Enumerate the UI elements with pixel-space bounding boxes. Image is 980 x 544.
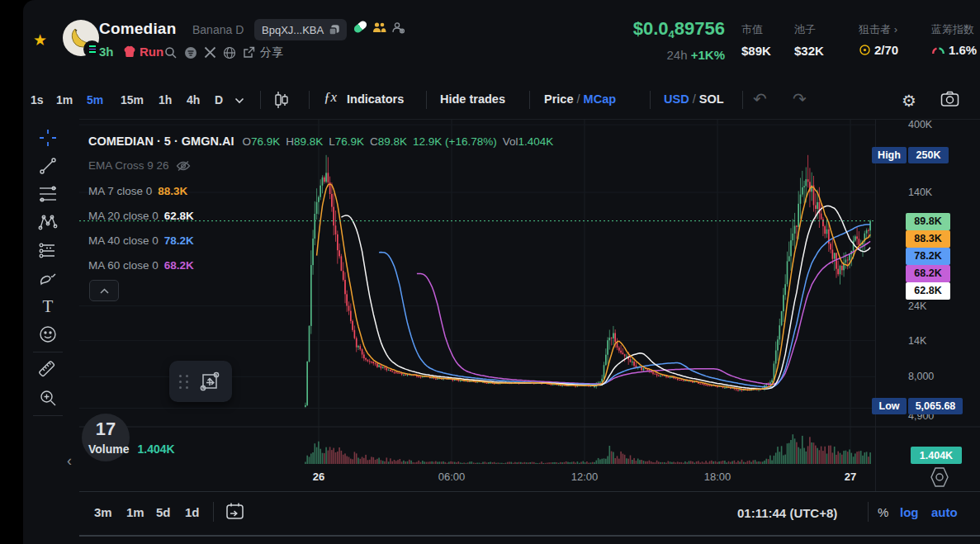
low-badge-label: Low — [872, 398, 907, 414]
chef-hat-icon — [123, 45, 136, 59]
timeframe-5m[interactable]: 5m — [87, 93, 103, 106]
timeframe-1m[interactable]: 1m — [56, 93, 73, 106]
y-axis-tick: 140K — [908, 187, 932, 198]
redo-icon[interactable]: ↷ — [793, 89, 807, 109]
sniper-target-icon — [859, 44, 871, 56]
undo-icon[interactable]: ↶ — [753, 89, 767, 109]
drawing-toolbar: T — [23, 124, 79, 419]
emoji-tool[interactable] — [23, 320, 73, 348]
time-axis[interactable]: 2606:0012:0018:0027 — [0, 471, 980, 487]
filter-list-icon[interactable] — [184, 46, 197, 59]
token-avatar[interactable] — [63, 20, 99, 56]
share-external-icon[interactable] — [243, 46, 255, 59]
trendline-tool[interactable] — [23, 152, 73, 180]
time-tick-12:00: 12:00 — [561, 471, 608, 483]
stat-mcap: 市值 $89K — [741, 22, 771, 58]
auto-scale-button[interactable]: auto — [931, 505, 958, 519]
y-axis-tick: 24K — [908, 300, 926, 312]
timeframe-1h[interactable]: 1h — [159, 93, 172, 106]
xabcd-pattern-tool[interactable] — [23, 208, 73, 236]
stat-bluechip[interactable]: 蓝筹指数 1.6% — [931, 22, 977, 57]
timeframe-1s[interactable]: 1s — [31, 93, 44, 106]
price-badge-68.2K: 68.2K — [906, 265, 950, 282]
ma60-row[interactable]: MA 60 close 068.2K — [88, 259, 194, 272]
globe-icon[interactable] — [223, 46, 236, 59]
high-badge-value: 250K — [908, 147, 949, 163]
crosshair-tool[interactable] — [23, 124, 73, 152]
percent-scale-button[interactable]: % — [878, 505, 888, 519]
y-axis-tick: 14K — [908, 335, 926, 347]
ma40-row[interactable]: MA 40 close 078.2K — [88, 234, 194, 247]
time-tick-26: 26 — [296, 471, 342, 483]
timeframe-15m[interactable]: 15m — [121, 93, 144, 106]
screenshot-camera-icon[interactable] — [940, 91, 959, 107]
copy-icon[interactable] — [329, 25, 339, 35]
candlestick-chart[interactable] — [0, 0, 980, 544]
zoom-in-tool[interactable] — [23, 384, 73, 412]
price-badge-88.3K: 88.3K — [906, 230, 950, 248]
chart-style-icon[interactable] — [273, 90, 290, 110]
pane-resize-handle[interactable] — [79, 535, 980, 537]
fib-retracement-tool[interactable] — [23, 180, 73, 208]
collapse-left-chevron[interactable]: ‹ — [67, 452, 72, 470]
contract-address-pill[interactable]: BpqXJ...KBA — [254, 19, 347, 40]
x-twitter-icon[interactable] — [204, 46, 216, 59]
timeframe-d[interactable]: D — [215, 93, 223, 106]
token-description: Banana D — [192, 23, 244, 36]
magnet-mode-icon[interactable] — [197, 369, 222, 394]
range-1d[interactable]: 1d — [185, 505, 200, 519]
solana-chain-icon — [83, 40, 101, 58]
ma20-row[interactable]: MA 20 close 062.8K — [88, 210, 194, 222]
brush-tool[interactable] — [23, 264, 73, 292]
platform-name[interactable]: Run — [140, 45, 163, 59]
settings-gear-icon[interactable]: ⚙ — [902, 91, 916, 111]
price-badge-62.8K: 62.8K — [906, 282, 950, 300]
y-axis-tick: 8,000 — [908, 371, 934, 382]
range-5d[interactable]: 5d — [156, 505, 171, 519]
favorite-star-icon[interactable]: ★ — [33, 31, 47, 50]
hide-trades-button[interactable]: Hide trades — [440, 92, 505, 106]
range-3m[interactable]: 3m — [94, 505, 112, 519]
price-axis[interactable]: 4,9008,00014K24K140K400K High 250K 89.8K… — [875, 120, 980, 491]
range-1m[interactable]: 1m — [126, 505, 144, 519]
eye-off-icon[interactable] — [176, 160, 191, 172]
time-tick-06:00: 06:00 — [428, 471, 475, 483]
ema-indicator-row[interactable]: EMA Cross 9 26 — [88, 159, 191, 172]
ruler-measure-tool[interactable] — [23, 356, 73, 384]
search-icon[interactable] — [164, 46, 178, 59]
chart-legend: COMEDIAN · 5 · GMGN.AI O76.9K H89.8K L76… — [88, 135, 553, 148]
chevron-down-icon[interactable] — [234, 97, 244, 104]
drag-handle[interactable] — [179, 375, 189, 389]
time-tick-18:00: 18:00 — [694, 471, 741, 483]
share-label[interactable]: 分享 — [260, 45, 283, 60]
go-to-date-icon[interactable] — [225, 502, 245, 522]
chart-symbol: COMEDIAN · 5 · GMGN.AI — [88, 135, 234, 148]
collapse-indicators-button[interactable] — [89, 280, 119, 301]
hexagon-logo-icon[interactable] — [928, 466, 951, 488]
volume-indicator-label[interactable]: Volume1.404K — [88, 442, 175, 456]
log-scale-button[interactable]: log — [900, 505, 919, 519]
price-badge-89.8K: 89.8K — [906, 213, 950, 230]
clock-utc[interactable]: 01:11:44 (UTC+8) — [737, 506, 837, 520]
price-change-24h: 24h +1K% — [667, 48, 725, 62]
dev-icon[interactable] — [391, 21, 405, 34]
stat-pool: 池子 $32K — [794, 22, 824, 58]
floating-toolbar[interactable] — [169, 361, 232, 402]
long-position-tool[interactable] — [23, 236, 73, 264]
gmgn-chart-page: { "header": { "token_name": "Comedian", … — [0, 0, 980, 544]
stat-sniper[interactable]: 狙击者 › 2/70 — [859, 22, 898, 57]
fx-icon[interactable]: ƒx — [324, 89, 337, 106]
token-age: 3h — [99, 45, 114, 59]
holders-icon[interactable] — [372, 21, 386, 34]
timeframe-4h[interactable]: 4h — [187, 93, 200, 106]
price-badge-78.2K: 78.2K — [906, 248, 950, 265]
indicators-button[interactable]: Indicators — [347, 92, 404, 106]
usd-sol-toggle[interactable]: USD / SOL — [664, 92, 724, 106]
ma7-row[interactable]: MA 7 close 088.3K — [88, 185, 187, 197]
volume-axis-badge: 1.404K — [911, 447, 962, 464]
price-mcap-toggle[interactable]: Price / MCap — [544, 92, 616, 106]
text-tool[interactable]: T — [23, 292, 73, 320]
token-name: Comedian — [99, 20, 176, 38]
high-badge-label: High — [872, 147, 907, 163]
token-price: $0.0489756 — [633, 18, 725, 40]
